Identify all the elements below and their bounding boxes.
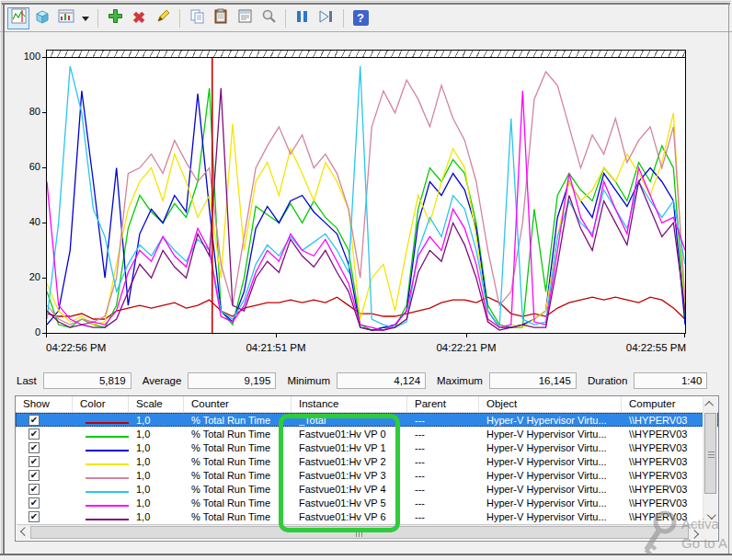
show-checkbox[interactable] (29, 456, 40, 467)
view-log-data-button[interactable] (31, 7, 53, 29)
y-axis-tick-label: 100 (9, 51, 40, 62)
table-row[interactable]: 1,0 % Total Run Time Fastvue01:Hv VP 2 -… (16, 454, 718, 468)
show-checkbox[interactable] (29, 497, 40, 509)
show-checkbox[interactable] (29, 442, 40, 453)
chevron-left-icon (20, 527, 29, 536)
properties-button[interactable] (234, 7, 256, 29)
highlight-button[interactable] (152, 7, 174, 29)
object-cell: Hyper-V Hypervisor Virtu... (479, 415, 622, 426)
object-cell: Hyper-V Hypervisor Virtu... (479, 484, 622, 495)
frame-line (1, 1, 2, 554)
x-axis-tick (466, 334, 467, 337)
computer-cell: \\HYPERV03 (622, 470, 703, 481)
show-checkbox[interactable] (29, 484, 40, 495)
table-row[interactable]: 1,0 % Total Run Time _Total --- Hyper-V … (16, 413, 718, 427)
counter-cell: % Total Run Time (184, 415, 292, 426)
change-graph-type-button[interactable] (55, 7, 77, 29)
horizontal-scrollbar-thumb[interactable] (30, 526, 689, 539)
horizontal-scrollbar[interactable] (17, 524, 703, 540)
scroll-up-button[interactable] (703, 397, 717, 411)
y-axis-tick (42, 278, 46, 279)
counter-legend-table: Show Color Scale Counter Instance Parent… (15, 395, 719, 542)
header-show[interactable]: Show (16, 396, 73, 412)
delete-icon: ✖ (132, 10, 145, 26)
table-row[interactable]: 1,0 % Total Run Time Fastvue01:Hv VP 1 -… (16, 440, 718, 454)
copy-button[interactable] (186, 7, 208, 29)
header-instance[interactable]: Instance (292, 396, 407, 412)
zoom-button[interactable] (257, 7, 280, 29)
copy-icon (189, 8, 205, 28)
scroll-down-button[interactable] (703, 509, 717, 523)
toolbar-divider (0, 31, 732, 32)
header-scale[interactable]: Scale (129, 396, 184, 412)
paste-button[interactable] (210, 7, 232, 29)
counter-cell: % Total Run Time (184, 429, 292, 440)
color-swatch (86, 505, 129, 507)
parent-cell: --- (407, 429, 479, 440)
object-cell: Hyper-V Hypervisor Virtu... (479, 470, 622, 481)
show-checkbox[interactable] (29, 415, 40, 426)
instance-cell: Fastvue01:Hv VP 0 (292, 429, 407, 440)
object-cell: Hyper-V Hypervisor Virtu... (479, 429, 622, 440)
counter-cell: % Total Run Time (184, 497, 292, 509)
frame-line (728, 3, 729, 554)
table-row[interactable]: 1,0 % Total Run Time Fastvue01:Hv VP 6 -… (16, 509, 718, 523)
pause-icon (296, 10, 309, 27)
value-bar: Last 5,819 Average 9,195 Minimum 4,124 M… (17, 371, 715, 389)
add-counter-button[interactable] (104, 7, 126, 29)
object-cell: Hyper-V Hypervisor Virtu... (479, 442, 622, 453)
average-value: 9,195 (188, 372, 276, 389)
instance-cell: Fastvue01:Hv VP 1 (292, 442, 407, 453)
duration-label: Duration (588, 375, 627, 386)
show-checkbox[interactable] (29, 511, 40, 522)
vertical-scrollbar[interactable] (703, 397, 717, 523)
average-label: Average (143, 375, 182, 386)
graph-type-dropdown-arrow[interactable] (79, 7, 92, 29)
help-button[interactable]: ? (349, 7, 372, 29)
show-checkbox[interactable] (29, 429, 40, 440)
delete-button[interactable]: ✖ (128, 7, 150, 29)
header-object[interactable]: Object (479, 396, 622, 412)
header-counter[interactable]: Counter (184, 396, 292, 412)
freeze-display-button[interactable] (292, 7, 314, 29)
y-axis-tick (42, 223, 46, 223)
x-axis-label: 04:22:56 PM (46, 342, 106, 353)
computer-cell: \\HYPERV03 (622, 484, 703, 495)
scroll-right-button[interactable] (689, 525, 703, 540)
toolbar: ✖ (6, 6, 726, 30)
log-data-cube-icon (34, 8, 51, 29)
x-axis-label: 04:22:21 PM (436, 342, 496, 353)
table-row[interactable]: 1,0 % Total Run Time Fastvue01:Hv VP 3 -… (16, 468, 718, 482)
scale-cell: 1,0 (129, 415, 184, 426)
toolbar-separator (285, 9, 286, 28)
parent-cell: --- (407, 497, 479, 509)
parent-cell: --- (407, 484, 479, 495)
table-row[interactable]: 1,0 % Total Run Time Fastvue01:Hv VP 0 -… (16, 427, 718, 440)
scale-cell: 1,0 (129, 511, 184, 522)
color-swatch (86, 477, 129, 479)
update-data-button[interactable] (315, 7, 337, 29)
table-row[interactable]: 1,0 % Total Run Time Fastvue01:Hv VP 5 -… (16, 496, 718, 509)
table-row[interactable]: 1,0 % Total Run Time Fastvue01:Hv VP 4 -… (16, 482, 718, 496)
color-swatch (86, 436, 129, 438)
chevron-up-icon (704, 401, 714, 410)
view-current-activity-button[interactable] (7, 7, 29, 29)
minimum-label: Minimum (287, 375, 330, 386)
frame-line (2, 3, 730, 5)
object-cell: Hyper-V Hypervisor Virtu... (479, 456, 622, 467)
counter-cell: % Total Run Time (184, 442, 292, 453)
last-label: Last (17, 375, 37, 386)
header-parent[interactable]: Parent (407, 396, 479, 412)
scrollbar-corner (703, 524, 717, 540)
perfmon-window: ✖ (0, 0, 732, 560)
maximum-value: 16,145 (489, 372, 577, 389)
color-swatch (86, 491, 129, 493)
vertical-scrollbar-thumb[interactable] (704, 413, 716, 494)
toolbar-separator (343, 9, 344, 28)
scroll-left-button[interactable] (17, 525, 30, 540)
header-computer[interactable]: Computer (622, 396, 703, 412)
color-swatch (86, 519, 129, 520)
header-color[interactable]: Color (73, 396, 129, 412)
x-axis-tick (684, 334, 685, 337)
show-checkbox[interactable] (29, 470, 40, 481)
